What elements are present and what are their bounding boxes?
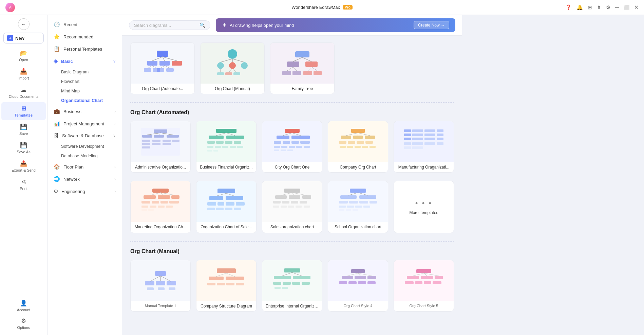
- top-card-org-manual[interactable]: Org Chart (Manual): [200, 42, 265, 94]
- settings-icon[interactable]: ⚙: [606, 4, 610, 11]
- svg-rect-55: [163, 143, 171, 145]
- search-input-wrap[interactable]: 🔍: [129, 20, 210, 30]
- svg-rect-132: [152, 201, 159, 204]
- svg-rect-211: [283, 282, 291, 285]
- svg-rect-22: [217, 72, 224, 75]
- top-card-org-manual-label: Org Chart (Manual): [201, 84, 264, 94]
- card-sales-org[interactable]: Sales organization chart: [262, 181, 322, 233]
- nav-item-recommended[interactable]: ⭐ Recommended: [48, 31, 122, 43]
- svg-rect-205: [284, 268, 300, 272]
- sidebar-item-templates[interactable]: ⊞ Templates: [1, 102, 46, 120]
- svg-rect-179: [339, 206, 346, 208]
- svg-rect-81: [300, 141, 310, 144]
- card-admin-org[interactable]: Administrative Organizatio...: [130, 121, 191, 173]
- svg-line-173: [348, 193, 358, 195]
- svg-line-96: [358, 133, 370, 136]
- nav-item-software[interactable]: 🗄 Software & Database ∨: [48, 130, 122, 142]
- manual-card-2-label: Company Structure Diagram: [196, 301, 256, 311]
- sidebar-item-new[interactable]: + New: [3, 33, 44, 43]
- svg-rect-218: [355, 276, 366, 279]
- svg-rect-51: [142, 146, 150, 148]
- svg-rect-206: [274, 276, 291, 279]
- card-mkt-org[interactable]: Marketing Organization Ch...: [130, 181, 191, 233]
- svg-line-13: [160, 66, 165, 68]
- svg-rect-92: [353, 136, 363, 139]
- sidebar-item-cloud[interactable]: ☁ Cloud Documents: [1, 84, 46, 102]
- close-btn[interactable]: ✕: [634, 4, 639, 11]
- nav-item-recent[interactable]: 🕐 Recent: [48, 18, 122, 31]
- basic-chevron: ∨: [113, 59, 116, 64]
- svg-line-14: [165, 66, 170, 68]
- sidebar-item-account[interactable]: 👤 Account: [1, 297, 46, 315]
- ai-banner[interactable]: ✦ AI drawing helps open your mind Create…: [216, 18, 455, 32]
- svg-rect-168: [296, 206, 302, 208]
- nav-item-personal[interactable]: 📋 Personal Templates: [48, 43, 122, 55]
- svg-rect-235: [415, 281, 422, 284]
- manual-card-5[interactable]: Org Chart Style 5: [394, 260, 454, 312]
- svg-rect-7: [144, 68, 151, 72]
- manual-card-1[interactable]: Manual Template 1: [130, 260, 191, 312]
- svg-line-39: [308, 67, 311, 71]
- card-sales-chart-org[interactable]: Organization Chart of Sale...: [196, 181, 257, 233]
- maximize-btn[interactable]: ⬜: [624, 5, 629, 10]
- bell-icon[interactable]: 🔔: [576, 4, 583, 11]
- svg-rect-117: [437, 138, 443, 140]
- card-more-templates[interactable]: • • • More Templates: [394, 181, 454, 233]
- nav-item-business[interactable]: 💼 Business ›: [48, 105, 122, 118]
- svg-rect-198: [226, 277, 244, 280]
- svg-rect-90: [351, 129, 365, 133]
- svg-rect-72: [213, 150, 218, 152]
- svg-rect-203: [226, 283, 234, 285]
- nav-sub-org-chart[interactable]: Organizational Chart: [58, 96, 122, 105]
- card-company-org[interactable]: Company Org Chart: [328, 121, 388, 173]
- svg-rect-30: [305, 61, 318, 67]
- svg-rect-98: [348, 141, 355, 144]
- create-now-button[interactable]: Create Now →: [414, 21, 449, 29]
- svg-rect-88: [281, 149, 286, 151]
- manual-card-2[interactable]: Company Structure Diagram: [196, 260, 257, 312]
- apps-icon[interactable]: ⊞: [588, 4, 592, 11]
- nav-sub-basic-diagram[interactable]: Basic Diagram: [58, 67, 122, 77]
- ai-banner-content: ✦ AI drawing helps open your mind: [222, 21, 294, 29]
- help-icon[interactable]: ❓: [565, 4, 572, 11]
- back-button[interactable]: ←: [18, 18, 30, 30]
- card-biz-fin-org[interactable]: Business Financial Organiz...: [196, 121, 257, 173]
- nav-sub-flowchart[interactable]: Flowchart: [58, 77, 122, 86]
- top-card-family-tree[interactable]: Family Tree: [270, 42, 335, 94]
- nav-item-network[interactable]: 🌐 Network ›: [48, 173, 122, 185]
- svg-rect-136: [150, 206, 156, 208]
- svg-rect-79: [283, 141, 290, 144]
- nav-item-engineering[interactable]: ⚙ Engineering ›: [48, 185, 122, 197]
- sidebar-item-export[interactable]: 📤 Export & Send: [1, 157, 46, 175]
- manual-card-3[interactable]: Enterprise Internal Organization: [262, 260, 322, 312]
- nav-sub-mind-map[interactable]: Mind Map: [58, 86, 122, 96]
- sidebar-item-open[interactable]: 📂 Open: [1, 47, 46, 65]
- svg-rect-175: [339, 201, 348, 204]
- nav-item-project[interactable]: 📊 Project Management ›: [48, 118, 122, 130]
- svg-rect-24: [233, 72, 240, 75]
- sidebar-item-import[interactable]: 📥 Import: [1, 65, 46, 83]
- svg-rect-112: [424, 129, 435, 132]
- svg-rect-134: [169, 201, 179, 204]
- upload-icon[interactable]: ⬆: [597, 4, 601, 11]
- card-mfg-org[interactable]: Manufacturing Oraganizati...: [394, 121, 454, 173]
- svg-rect-236: [424, 281, 431, 284]
- sidebar-item-saveas[interactable]: 💾 Save As: [1, 139, 46, 157]
- nav-sub-software-dev[interactable]: Software Development: [58, 142, 122, 151]
- sidebar-item-options[interactable]: ⚙ Options: [1, 315, 46, 332]
- card-city-org[interactable]: City Org Chart One: [262, 121, 322, 173]
- svg-line-32: [302, 57, 311, 61]
- nav-item-floor-plan[interactable]: 🏠 Floor Plan ›: [48, 161, 122, 173]
- card-school-org[interactable]: School Organization chart: [328, 181, 388, 233]
- minimize-btn[interactable]: ─: [615, 4, 619, 11]
- sidebar-item-save[interactable]: 💾 Save: [1, 121, 46, 138]
- card-mkt-org-label: Marketing Organization Ch...: [131, 222, 190, 232]
- nav-item-basic[interactable]: ◈ Basic ∨: [48, 55, 122, 67]
- search-input[interactable]: [134, 23, 197, 28]
- nav-sub-db-modeling[interactable]: Database Modeling: [58, 151, 122, 161]
- top-card-org-auto[interactable]: Org Chart (Automate...: [130, 42, 195, 94]
- automated-cards-row-2: Marketing Organization Ch...: [130, 181, 454, 233]
- sidebar-item-print[interactable]: 🖨 Print: [1, 176, 46, 193]
- manual-card-4-label: Org Chart Style 4: [328, 301, 388, 311]
- manual-card-4[interactable]: Org Chart Style 4: [328, 260, 388, 312]
